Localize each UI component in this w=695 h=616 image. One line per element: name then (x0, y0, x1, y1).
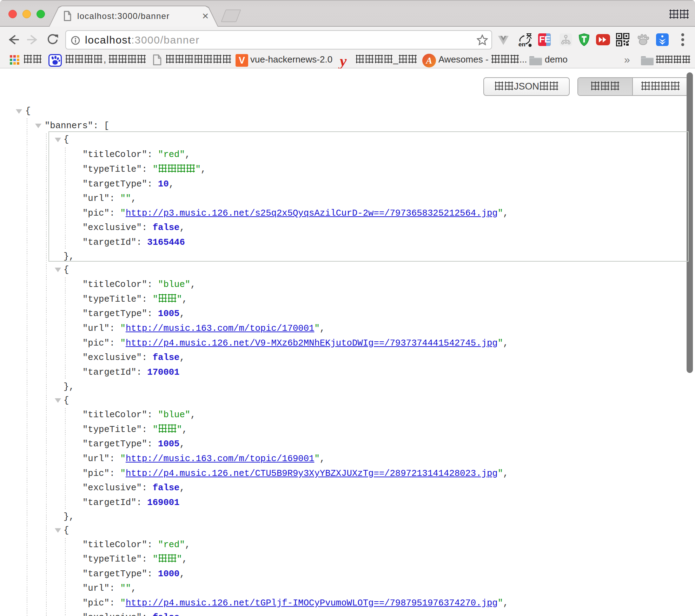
svg-text:en: en (518, 41, 525, 47)
